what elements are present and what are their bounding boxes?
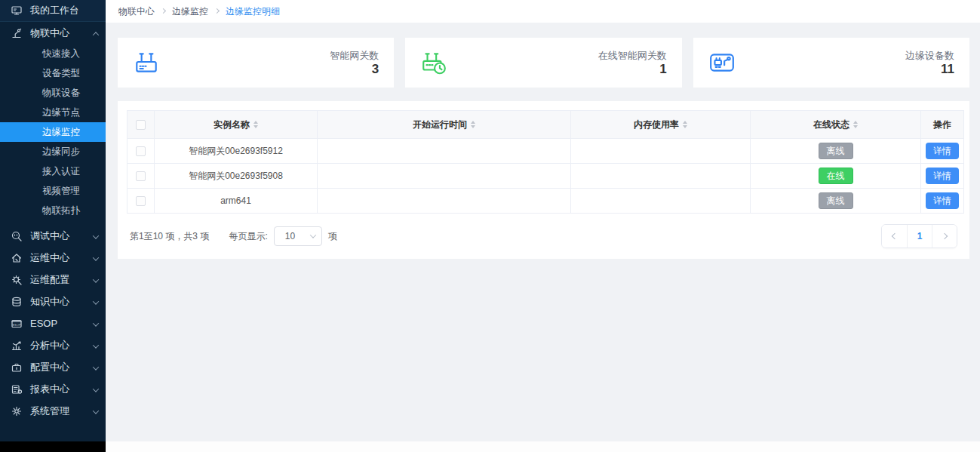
bar-chart-icon — [11, 340, 23, 352]
sort-icon[interactable] — [253, 121, 258, 128]
sidebar-item-system-mgmt[interactable]: 系统管理 — [0, 400, 106, 422]
next-page-button[interactable] — [932, 225, 957, 248]
page-number-button[interactable]: 1 — [907, 225, 932, 248]
status-cell: 离线 — [751, 139, 921, 164]
col-header-memory-usage[interactable]: 内存使用率 — [571, 111, 751, 139]
sidebar-item-label: 运维中心 — [30, 251, 69, 265]
table-header-row: 实例名称 开始运行时间 内存使用率 在线状态 操作 — [127, 111, 964, 139]
per-page-value: 10 — [285, 231, 295, 241]
chevron-down-icon — [94, 340, 98, 351]
per-page-suffix: 项 — [328, 230, 337, 243]
row-checkbox[interactable] — [136, 146, 146, 156]
sidebar-item-analysis-center[interactable]: 分析中心 — [0, 334, 106, 356]
status-cell: 离线 — [751, 189, 921, 214]
sidebar-item-label: 知识中心 — [30, 295, 69, 309]
bottom-strip-right — [106, 441, 980, 452]
chevron-up-icon — [94, 27, 98, 38]
database-icon — [11, 296, 23, 308]
sidebar-item-debug-center[interactable]: 调试中心 — [0, 225, 106, 247]
sidebar-item-label: 报表中心 — [30, 383, 69, 396]
stat-card-label: 边缘设备数 — [905, 49, 954, 62]
detail-button[interactable]: 详情 — [926, 192, 959, 209]
bottom-strip — [0, 441, 980, 452]
instance-name-cell: arm641 — [155, 189, 318, 214]
stat-card-label: 在线智能网关数 — [598, 49, 667, 62]
esop-icon: ESOP — [11, 318, 23, 330]
sidebar-item-knowledge-center[interactable]: 知识中心 — [0, 291, 106, 312]
row-select-cell — [127, 189, 155, 214]
sidebar-item-access-auth[interactable]: 接入认证 — [0, 161, 106, 181]
gateway-icon — [133, 49, 160, 76]
sidebar-item-esop[interactable]: ESOP ESOP — [0, 312, 106, 334]
prev-page-button[interactable] — [882, 225, 907, 248]
per-page-label: 每页显示: — [229, 230, 267, 243]
sidebar-item-quick-access[interactable]: 快速接入 — [0, 44, 106, 63]
select-all-checkbox[interactable] — [136, 120, 146, 130]
chevron-down-icon — [94, 274, 98, 285]
chevron-left-icon — [891, 233, 897, 239]
stat-card-edge-device-count: 边缘设备数 11 — [693, 38, 969, 88]
magnifier-icon — [11, 230, 23, 242]
row-select-cell — [127, 164, 155, 189]
chevron-down-icon — [94, 383, 98, 395]
chevron-down-icon — [309, 232, 315, 238]
memory-usage-cell — [571, 189, 751, 214]
instance-name-cell: 智能网关00e2693f5908 — [155, 164, 318, 189]
sort-icon[interactable] — [471, 121, 475, 128]
detail-button[interactable]: 详情 — [926, 143, 959, 159]
robot-arm-icon — [11, 27, 23, 39]
select-all-cell — [127, 111, 155, 139]
sidebar-item-label: 配置中心 — [30, 361, 69, 374]
row-select-cell — [127, 139, 155, 164]
sidebar-item-config-center[interactable]: 配置中心 — [0, 356, 106, 378]
home-wrench-icon — [11, 252, 23, 264]
status-badge: 在线 — [819, 168, 853, 184]
sidebar-item-ops-config[interactable]: 运维配置 — [0, 269, 106, 291]
sidebar-item-ops-center[interactable]: 运维中心 — [0, 247, 106, 269]
sidebar-item-report-center[interactable]: 报表中心 — [0, 378, 106, 400]
status-cell: 在线 — [751, 164, 921, 189]
sidebar-item-iot-topology[interactable]: 物联拓扑 — [0, 201, 106, 220]
sidebar-item-label: 系统管理 — [30, 404, 69, 418]
start-time-cell — [318, 189, 571, 214]
chevron-down-icon — [94, 296, 98, 307]
row-checkbox[interactable] — [136, 171, 146, 181]
col-header-instance-name[interactable]: 实例名称 — [155, 111, 318, 139]
stat-card-value: 1 — [598, 62, 667, 77]
sidebar-item-edge-monitor[interactable]: 边缘监控 — [0, 122, 106, 142]
chevron-down-icon — [94, 405, 98, 417]
sidebar-item-iot-device[interactable]: 物联设备 — [0, 83, 106, 103]
col-header-start-time[interactable]: 开始运行时间 — [318, 111, 571, 139]
edge-device-icon — [708, 49, 736, 76]
gateway-online-icon — [420, 49, 447, 76]
breadcrumb-separator-icon — [161, 8, 166, 14]
sidebar: 我的工作台 物联中心 快速接入 设备类型 物联设备 边缘节点 边缘监控 边缘同步… — [0, 0, 106, 441]
sort-icon[interactable] — [853, 121, 858, 128]
pager: 1 — [881, 224, 957, 248]
detail-button[interactable]: 详情 — [926, 168, 959, 184]
sidebar-item-edge-sync[interactable]: 边缘同步 — [0, 142, 106, 161]
sidebar-item-edge-node[interactable]: 边缘节点 — [0, 103, 106, 122]
toolbox-icon — [11, 361, 23, 374]
sidebar-item-video-mgmt[interactable]: 视频管理 — [0, 181, 106, 201]
start-time-cell — [318, 139, 571, 164]
breadcrumb-bar: 物联中心 边缘监控 边缘监控明细 — [106, 0, 980, 23]
row-checkbox[interactable] — [136, 196, 146, 206]
sidebar-item-iot-center[interactable]: 物联中心 — [0, 22, 106, 44]
per-page-select[interactable]: 10 — [274, 226, 322, 246]
col-header-online-status[interactable]: 在线状态 — [751, 111, 921, 139]
sidebar-item-label: 调试中心 — [30, 229, 69, 243]
table-row: arm641 离线 详情 — [127, 189, 964, 214]
breadcrumb-current: 边缘监控明细 — [226, 5, 280, 18]
breadcrumb-item[interactable]: 物联中心 — [118, 5, 155, 18]
table-row: 智能网关00e2693f5912 离线 详情 — [127, 139, 964, 164]
gear-magnifier-icon — [11, 274, 23, 286]
status-badge: 离线 — [819, 143, 853, 159]
breadcrumb-separator-icon — [214, 8, 220, 14]
action-cell: 详情 — [921, 189, 964, 214]
sidebar-item-device-type[interactable]: 设备类型 — [0, 63, 106, 83]
sort-icon[interactable] — [683, 121, 687, 128]
memory-usage-cell — [571, 139, 751, 164]
breadcrumb-item[interactable]: 边缘监控 — [172, 5, 208, 18]
sidebar-item-workbench[interactable]: 我的工作台 — [0, 0, 106, 22]
